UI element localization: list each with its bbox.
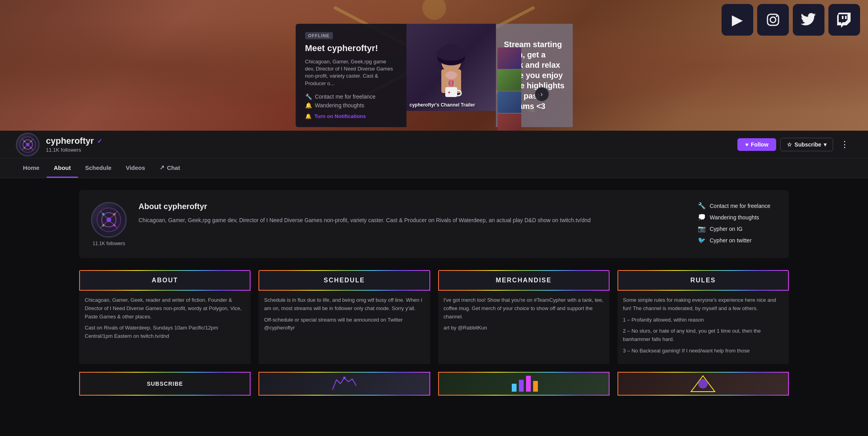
panel-area: OFFLINE Meet cypheroftyr! Chicagoan, Gam… [296,24,573,127]
next-button[interactable]: › [535,87,549,101]
svg-rect-15 [445,87,457,97]
channel-header: cypheroftyr ✓ 11.1K followers ♥ Follow ☆… [0,131,868,158]
tab-schedule[interactable]: Schedule [78,158,119,178]
panels-row2: SUBSCRIBE [79,372,789,396]
twitter-icon[interactable] [793,4,824,36]
star-icon: ☆ [787,141,792,148]
about-description: Chicagoan, Gamer, Geek,rpg game dev, Dir… [139,216,686,225]
avatar-wrap [16,133,40,156]
offline-panel: OFFLINE Meet cypheroftyr! Chicagoan, Gam… [296,24,406,127]
panel-merchandise: MERCHANDISE I've got merch too! Show tha… [438,270,610,364]
svg-point-31 [102,213,104,215]
instagram-icon[interactable] [757,4,789,36]
follower-count: 11.1K followers [46,147,102,153]
follow-button[interactable]: ♥ Follow [737,138,777,151]
video-panel[interactable]: ♥ ▶ cypheroftyr's Channel Trailer [406,24,496,111]
svg-text:♥: ♥ [448,90,450,95]
tab-about[interactable]: About [47,158,78,178]
about-link-twitter[interactable]: 🐦 Cypher on twitter [698,236,777,244]
channel-name-wrap: cypheroftyr ✓ 11.1K followers [46,136,102,153]
video-label: cypheroftyr's Channel Trailer [410,102,475,108]
panel-about-header: ABOUT [79,270,251,291]
thought-icon: 💭 [698,213,706,221]
thumb-2[interactable] [498,70,521,91]
tool-icon: 🔧 [698,202,706,209]
video-thumbnail: ♥ [406,24,496,111]
svg-point-30 [106,217,111,222]
offline-description: Chicagoan, Gamer, Geek,rpg game dev, Dir… [305,58,397,87]
svg-point-41 [698,379,708,388]
svg-point-11 [436,46,466,61]
freelance-link[interactable]: 🔧 Contact me for freelance [305,93,397,100]
svg-point-33 [102,224,104,227]
svg-point-2 [422,0,446,20]
panel-bottom-2[interactable] [258,372,430,396]
svg-rect-39 [533,381,538,392]
twitter-small-icon: 🐦 [698,236,706,244]
about-title: About cypheroftyr [139,202,686,211]
twitch-icon[interactable] [828,4,860,36]
panel-rules-body: Some simple rules for making everyone's … [617,291,789,364]
panel-merchandise-header: MERCHANDISE [438,270,610,291]
svg-rect-37 [519,380,524,392]
thumb-1[interactable] [498,48,521,69]
about-card: 11.1K followers About cypheroftyr Chicag… [79,190,789,258]
svg-point-21 [26,143,29,146]
about-avatar-wrap: 11.1K followers [91,202,127,246]
channel-name-row: cypheroftyr ✓ [46,136,102,146]
channel-info: cypheroftyr ✓ 11.1K followers [16,133,102,156]
offline-title: Meet cypheroftyr! [305,43,397,53]
notifications-button[interactable]: 🔔 Turn on Notifications [305,113,397,119]
tab-videos[interactable]: Videos [119,158,152,178]
svg-point-13 [445,71,457,79]
panel-schedule-header: SCHEDULE [258,270,430,291]
tab-chat[interactable]: ↗ Chat [152,158,187,178]
nav-tabs: Home About Schedule Videos ↗ Chat [0,158,868,178]
thumbnails-strip [498,48,521,131]
about-avatar [91,202,127,238]
about-links: 🔧 Contact me for freelance 💭 Wandering t… [698,202,777,244]
panels-row: ABOUT Chicagoan, Gamer, Geek, reader and… [79,270,789,364]
youtube-icon[interactable]: ▶ [722,4,753,36]
instagram-small-icon: 📷 [698,225,706,232]
panel-bottom-3[interactable] [438,372,610,396]
panel-rules-header: RULES [617,270,789,291]
heart-icon: ♥ [745,141,748,148]
thumb-3[interactable] [498,91,521,113]
svg-point-6 [770,17,776,23]
svg-point-24 [24,147,25,149]
panel-schedule-body: Schedule is in flux due to life, and bei… [258,291,430,341]
panel-merchandise-body: I've got merch too! Show that you're on … [438,291,610,341]
panel-schedule: SCHEDULE Schedule is in flux due to life… [258,270,430,364]
tab-home[interactable]: Home [16,158,47,178]
svg-point-7 [776,15,777,17]
svg-rect-38 [526,376,531,392]
social-icons-bar: ▶ [722,4,860,36]
chevron-down-icon: ▾ [824,141,826,148]
subscribe-label: SUBSCRIBE [147,381,183,387]
svg-point-34 [113,224,116,227]
svg-point-22 [24,141,25,142]
banner: ▶ OFFLINE Meet cypheroftyr! Chicagoan, G… [0,0,868,131]
thoughts-link[interactable]: 🔔 Wandering thoughts [305,102,397,109]
channel-username: cypheroftyr [46,136,94,146]
external-link-icon: ↗ [160,164,165,171]
svg-point-25 [30,147,32,149]
about-link-thoughts[interactable]: 💭 Wandering thoughts [698,213,777,221]
avatar [16,133,40,156]
verified-badge: ✓ [97,137,102,145]
panel-bottom-4[interactable] [617,372,789,396]
bell-notif-icon: 🔔 [305,113,311,119]
panel-subscribe[interactable]: SUBSCRIBE [79,372,251,396]
svg-point-23 [30,141,32,142]
more-options-button[interactable]: ⋮ [837,138,852,151]
subscribe-button[interactable]: ☆ Subscribe ▾ [780,138,833,151]
main-content: 11.1K followers About cypheroftyr Chicag… [0,178,868,407]
about-link-freelance[interactable]: 🔧 Contact me for freelance [698,202,777,209]
tool-icon: 🔧 [305,93,312,100]
panel-about: ABOUT Chicagoan, Gamer, Geek, reader and… [79,270,251,364]
bell-icon: 🔔 [305,102,312,109]
about-link-instagram[interactable]: 📷 Cypher on IG [698,225,777,232]
svg-rect-36 [512,384,517,392]
thumb-4[interactable] [498,114,521,131]
